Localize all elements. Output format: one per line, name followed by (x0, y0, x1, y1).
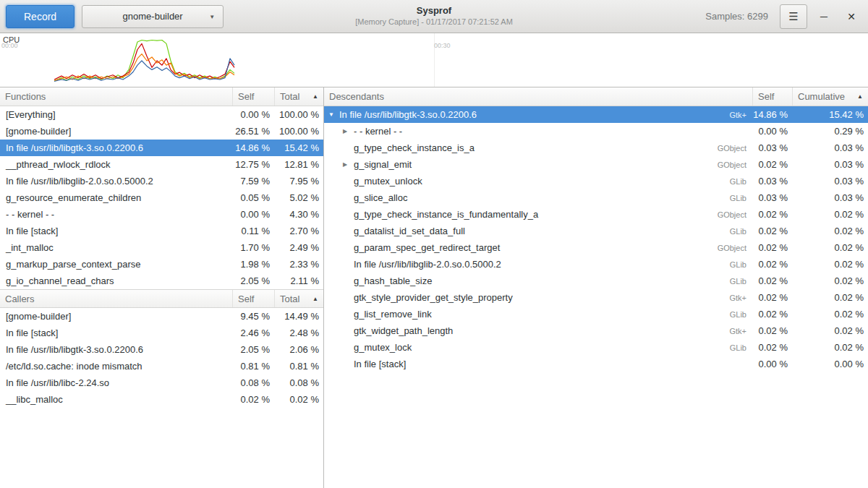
table-row[interactable]: g_type_check_instance_is_fundamentally_a… (324, 206, 868, 223)
function-name: In file [stack] (354, 359, 406, 369)
table-row[interactable]: ▼In file /usr/lib/libgtk-3.so.0.2200.6Gt… (324, 106, 868, 123)
column-header-descendants[interactable]: Descendants (324, 87, 752, 106)
table-row[interactable]: g_resource_enumerate_children0.05 %5.02 … (0, 189, 323, 206)
library-tag: Gtk+ (729, 111, 752, 119)
table-row[interactable]: g_mutex_unlockGLib0.03 %0.03 % (324, 173, 868, 189)
function-name: g_type_check_instance_is_a (354, 142, 475, 153)
column-header-functions[interactable]: Functions (0, 87, 232, 106)
table-row[interactable]: - - kernel - -0.00 %4.30 % (0, 206, 323, 223)
function-name: g_mutex_unlock (354, 176, 422, 187)
tree-cell: ▼In file /usr/lib/libgtk-3.so.0.2200.6Gt… (324, 109, 752, 120)
self-value: 0.81 % (232, 361, 274, 372)
function-name: g_hash_table_size (354, 275, 432, 286)
self-value: 0.02 % (752, 309, 792, 320)
table-row[interactable]: In file /usr/lib/libglib-2.0.so.0.5000.2… (0, 173, 323, 189)
column-header-self[interactable]: Self (752, 87, 792, 106)
total-value: 2.06 % (274, 344, 323, 355)
descendants-table-header: Descendants Self Cumulative ▲ (324, 87, 868, 106)
table-row[interactable]: In file /usr/lib/libc-2.24.so0.08 %0.08 … (0, 374, 323, 391)
expander-icon[interactable]: ▶ (343, 128, 354, 134)
cumulative-value: 0.03 % (792, 159, 868, 170)
function-name: gtk_widget_path_length (354, 325, 453, 336)
functions-table-body: [Everything]0.00 %100.00 %[gnome-builder… (0, 106, 323, 289)
cumulative-value: 0.02 % (792, 242, 868, 253)
left-pane: Functions Self Total ▲ [Everything]0.00 … (0, 87, 324, 488)
expander-icon[interactable]: ▼ (328, 111, 339, 118)
table-row[interactable]: gtk_style_provider_get_style_propertyGtk… (324, 289, 868, 306)
table-row[interactable]: _int_malloc1.70 %2.49 % (0, 239, 323, 256)
total-value: 15.42 % (274, 142, 323, 153)
self-value: 0.02 % (752, 325, 792, 336)
library-tag: GObject (718, 160, 752, 169)
table-row[interactable]: [Everything]0.00 %100.00 % (0, 106, 323, 123)
cumulative-value: 0.03 % (792, 176, 868, 187)
table-row[interactable]: In file [stack]0.11 %2.70 % (0, 223, 323, 239)
table-row[interactable]: In file /usr/lib/libgtk-3.so.0.2200.614.… (0, 140, 323, 156)
self-value: 14.86 % (752, 109, 792, 120)
hamburger-menu-button[interactable]: ☰ (780, 4, 807, 29)
library-tag: GObject (718, 210, 752, 219)
table-row[interactable]: [gnome-builder]9.45 %14.49 % (0, 308, 323, 325)
table-row[interactable]: In file [stack]0.00 %0.00 % (324, 356, 868, 372)
total-value: 100.00 % (274, 109, 323, 120)
self-value: 12.75 % (232, 159, 274, 170)
function-name: g_datalist_id_set_data_full (354, 226, 465, 236)
tree-cell: g_mutex_lockGLib (324, 342, 752, 353)
self-value: 0.02 % (752, 292, 792, 303)
table-row[interactable]: g_hash_table_sizeGLib0.02 %0.02 % (324, 273, 868, 289)
total-value: 12.81 % (274, 159, 323, 170)
column-header-cumulative[interactable]: Cumulative ▲ (792, 87, 868, 106)
function-name: g_signal_emit (354, 159, 412, 170)
callers-table-body: [gnome-builder]9.45 %14.49 %In file [sta… (0, 308, 323, 408)
functions-table-header: Functions Self Total ▲ (0, 87, 323, 106)
table-row[interactable]: ▶g_signal_emitGObject0.02 %0.03 % (324, 156, 868, 173)
column-header-total[interactable]: Total ▲ (274, 290, 323, 307)
self-value: 0.05 % (232, 192, 274, 203)
function-name: In file /usr/lib/libc-2.24.so (0, 377, 232, 388)
cumulative-value: 0.02 % (792, 209, 868, 220)
table-row[interactable]: g_markup_parse_context_parse1.98 %2.33 % (0, 256, 323, 273)
column-header-self[interactable]: Self (232, 290, 274, 307)
column-header-self[interactable]: Self (232, 87, 274, 106)
total-value: 4.30 % (274, 209, 323, 220)
table-row[interactable]: g_io_channel_read_chars2.05 %2.11 % (0, 273, 323, 289)
self-value: 0.11 % (232, 226, 274, 236)
self-value: 2.05 % (232, 275, 274, 286)
library-tag: Gtk+ (729, 294, 752, 302)
table-row[interactable]: g_mutex_lockGLib0.02 %0.02 % (324, 339, 868, 356)
table-row[interactable]: __libc_malloc0.02 %0.02 % (0, 391, 323, 408)
cumulative-value: 0.02 % (792, 259, 868, 270)
sort-arrow-icon: ▲ (312, 296, 318, 302)
table-row[interactable]: g_datalist_id_set_data_fullGLib0.02 %0.0… (324, 223, 868, 239)
tree-cell: g_mutex_unlockGLib (324, 176, 752, 187)
table-row[interactable]: gtk_widget_path_lengthGtk+0.02 %0.02 % (324, 322, 868, 339)
self-value: 0.00 % (752, 359, 792, 369)
column-header-total[interactable]: Total ▲ (274, 87, 323, 106)
table-row[interactable]: g_param_spec_get_redirect_targetGObject0… (324, 239, 868, 256)
expander-icon[interactable]: ▶ (343, 161, 354, 168)
table-row[interactable]: __pthread_rwlock_rdlock12.75 %12.81 % (0, 156, 323, 173)
table-row[interactable]: [gnome-builder]26.51 %100.00 % (0, 123, 323, 140)
library-tag: Gtk+ (729, 327, 752, 335)
table-row[interactable]: /etc/ld.so.cache: inode mismatch0.81 %0.… (0, 358, 323, 374)
table-row[interactable]: ▶- - kernel - -0.00 %0.29 % (324, 123, 868, 140)
close-button[interactable]: ✕ (841, 6, 862, 27)
function-name: In file /usr/lib/libglib-2.0.so.0.5000.2 (354, 259, 501, 270)
self-value: 0.00 % (752, 126, 792, 137)
record-button[interactable]: Record (6, 5, 75, 28)
library-tag: GObject (718, 144, 752, 153)
table-row[interactable]: g_type_check_instance_is_aGObject0.03 %0… (324, 140, 868, 156)
cpu-graph[interactable]: CPU 00:00 00:30 (0, 33, 868, 87)
process-selector-dropdown[interactable]: gnome-builder ▼ (82, 5, 224, 28)
self-value: 0.00 % (232, 109, 274, 120)
table-row[interactable]: g_list_remove_linkGLib0.02 %0.02 % (324, 306, 868, 322)
function-name: In file [stack] (0, 328, 232, 338)
table-row[interactable]: In file /usr/lib/libglib-2.0.so.0.5000.2… (324, 256, 868, 273)
self-value: 2.05 % (232, 344, 274, 355)
minimize-button[interactable]: ─ (813, 6, 835, 27)
table-row[interactable]: In file [stack]2.46 %2.48 % (0, 325, 323, 341)
table-row[interactable]: In file /usr/lib/libgtk-3.so.0.2200.62.0… (0, 341, 323, 358)
function-name: - - kernel - - (0, 209, 232, 220)
column-header-callers[interactable]: Callers (0, 290, 232, 307)
table-row[interactable]: g_slice_allocGLib0.03 %0.03 % (324, 189, 868, 206)
